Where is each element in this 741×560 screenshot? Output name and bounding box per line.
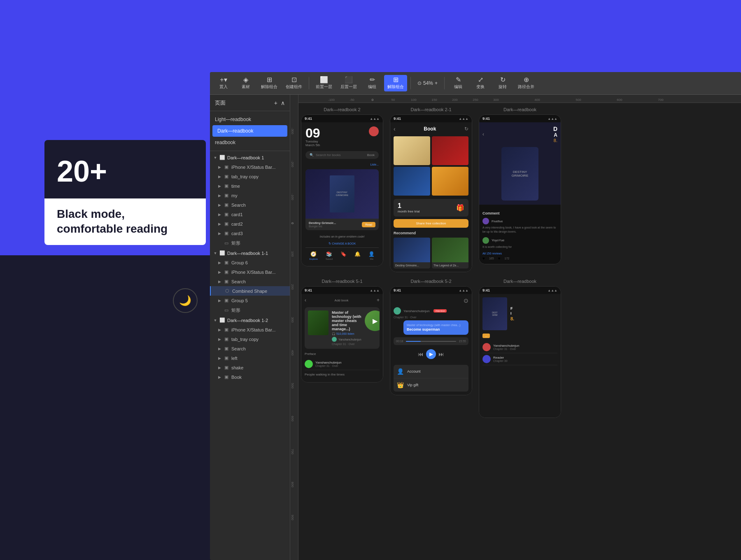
rb52-vip-item[interactable]: 👑 Vip gift	[394, 378, 468, 392]
rb2-nav-explore[interactable]: 🧭 Explore	[310, 251, 318, 260]
layer-time[interactable]: ▶ ▣ time	[210, 181, 290, 191]
combine-button[interactable]: ⊕ 路径合并	[515, 75, 538, 91]
player-play-btn[interactable]: ▶	[426, 349, 436, 359]
layer-my[interactable]: ▶ ▣ my	[210, 191, 290, 200]
layer-card1[interactable]: ▶ ▣ card1	[210, 210, 290, 219]
page-item-dark-readbook[interactable]: Dark—readbook	[212, 125, 287, 137]
edit2-button[interactable]: ✎ 编辑	[448, 75, 468, 91]
rb51-back-icon[interactable]: ‹	[305, 297, 306, 303]
layer-group-1-header[interactable]: ▼ ⬜ Dark—readbook 1	[210, 153, 290, 162]
back-button[interactable]: ⬛ 后置一层	[337, 75, 360, 91]
layer-name-tab2: tab_tray copy	[231, 337, 287, 342]
zoom-value: 54%	[423, 80, 433, 86]
layer-tab-tray[interactable]: ▶ ▣ tab_tray copy	[210, 172, 290, 181]
comment-section: Comment Fivefive A very interesting book…	[482, 211, 557, 261]
left-hero-card: 20+ Black mode, comfortable reading	[44, 140, 206, 251]
rb2-nav-saved[interactable]: 📚 Saved	[326, 251, 333, 260]
partial2-text-2: Reader Chapter 30	[493, 356, 557, 362]
all-reviews-link[interactable]: All 150 reviews	[482, 252, 557, 255]
toolbar: +▾ 置入 ◈ 素材 ⊞ 解除组合 ⊡ 创建组件 ⬜ 前置一层 ⬛ 后置一层 ✏…	[210, 72, 741, 95]
layer-search-1[interactable]: ▶ ▣ Search	[210, 200, 290, 210]
rb51-add-icon[interactable]: +	[377, 297, 380, 303]
front-label: 前置一层	[316, 84, 332, 90]
rb51-list-item-1: Yanshanchubnjun Chapter 31 · Over	[305, 358, 380, 370]
share-free-collection-btn[interactable]: Share free collection	[394, 219, 468, 228]
layer-book[interactable]: ▶ ▣ Book	[210, 372, 290, 382]
rb21-header: ‹ Book ↻	[394, 126, 468, 132]
partial1-book-cover: DESTINYGRIMOIRE	[501, 147, 538, 201]
layer-card2[interactable]: ▶ ▣ card2	[210, 219, 290, 229]
ungroup2-icon: ⊞	[393, 77, 398, 83]
ungroup-button[interactable]: ⊞ 解除组合	[258, 75, 281, 91]
group-icon: ▣	[223, 269, 230, 275]
layer-left[interactable]: ▶ ▣ left	[210, 353, 290, 363]
phone-status-partial2: ▲▲▲	[548, 289, 557, 292]
rb2-book-author: Bungie Inc	[309, 225, 336, 228]
rb2-nav-3[interactable]: 🔖	[340, 251, 347, 260]
toolbar-separator-1	[309, 77, 309, 89]
transform-button[interactable]: ⤢ 变换	[470, 75, 491, 91]
commenter1-avatar	[482, 218, 489, 224]
layer-card3[interactable]: ▶ ▣ card3	[210, 229, 290, 238]
rb2-includes-text: Includes an in-game emblem code!	[305, 233, 379, 240]
rb2-read-button[interactable]: Read	[362, 222, 375, 227]
page-item-readbook[interactable]: readbook	[210, 137, 290, 148]
play-button[interactable]: ▶	[365, 310, 380, 331]
create-group-button[interactable]: ⊡ 创建组件	[282, 75, 305, 91]
partial1-back-icon[interactable]: ‹	[482, 131, 484, 137]
layer-group-2: ▼ ⬜ Dark—readbook 1-1 ▶ ▣ Group 6 ▶ ▣ iP…	[210, 248, 290, 315]
layer-group6[interactable]: ▶ ▣ Group 6	[210, 258, 290, 267]
ungroup2-button[interactable]: ⊞ 解除组合	[384, 75, 407, 91]
layer-group5[interactable]: ▶ ▣ Group 5	[210, 296, 290, 305]
audio-card-content: Master of technology (with master cheats…	[305, 307, 380, 349]
collapse-icon[interactable]: ∧	[281, 100, 285, 106]
layer-search-3[interactable]: ▶ ▣ Search	[210, 344, 290, 353]
page-item-light[interactable]: Light—readbook	[210, 114, 290, 125]
partial2-filter-badge[interactable]: ...	[482, 334, 490, 338]
edit-button[interactable]: ✏ 编组	[362, 75, 382, 91]
partial2-book-info: F I 8.	[510, 306, 557, 321]
layer-group-3-header[interactable]: ▼ ⬜ Dark—readbook 1-2	[210, 315, 290, 325]
layer-combined-shape[interactable]: ⬡ Combined Shape	[210, 286, 290, 296]
insert-button[interactable]: +▾ 置入	[213, 75, 234, 91]
free-trial-text: month free trial	[398, 210, 419, 213]
layer-rect-2[interactable]: ▭ 矩形	[210, 305, 290, 315]
assets-button[interactable]: ◈ 素材	[235, 75, 256, 91]
rb2-nav-4[interactable]: 🔔	[354, 251, 361, 260]
rb52-account-item[interactable]: 👤 Account	[394, 365, 468, 378]
front-button[interactable]: ⬜ 前置一层	[312, 75, 336, 91]
moon-toggle-button[interactable]: 🌙	[173, 288, 198, 313]
layer-iphone-status-2[interactable]: ▶ ▣ iPhone X/Status Bar...	[210, 267, 290, 277]
layer-group-2-header[interactable]: ▼ ⬜ Dark—readbook 1-1	[210, 248, 290, 258]
rb51-add-book-btn[interactable]: Add book	[335, 299, 349, 302]
layer-group-3: ▼ ⬜ Dark—readbook 1-2 ▶ ▣ iPhone X/Statu…	[210, 315, 290, 382]
player-next-btn[interactable]: ⏭	[438, 351, 444, 357]
transform-icon: ⤢	[478, 77, 483, 83]
layer-tab-tray-2[interactable]: ▶ ▣ tab_tray copy	[210, 334, 290, 344]
rb2-search-bar[interactable]: 🔍 Search for books Book	[305, 151, 379, 159]
audio-title: Master of technology (with master cheats…	[332, 310, 361, 331]
add-page-icon[interactable]: +	[274, 100, 277, 106]
rb51-screen-content: ‹ Add book + Master of technology (with …	[301, 294, 383, 382]
rb2-bottom-nav: 🧭 Explore 📚 Saved 🔖	[305, 247, 379, 262]
zoom-plus-icon[interactable]: +	[435, 80, 438, 86]
phone-dark-readbook-partial: Dark—readbook 9:41 ▲▲▲ ‹	[479, 107, 561, 272]
layer-shake[interactable]: ▶ ▣ shake	[210, 363, 290, 372]
rb2-change-book-btn[interactable]: ↻ CHANGE A BOOK	[305, 240, 379, 247]
layer-iphone-status-3[interactable]: ▶ ▣ iPhone X/Status Bar...	[210, 325, 290, 334]
comment-item-2: YoyoYue It is worth collecting for	[482, 237, 557, 249]
group-1-name: Dark—readbook 1	[227, 155, 287, 160]
player-prev-btn[interactable]: ⏮	[418, 351, 424, 357]
rotate-button[interactable]: ↻ 旋转	[492, 75, 513, 91]
rb21-refresh-icon[interactable]: ↻	[464, 126, 468, 132]
layer-rect-1[interactable]: ▭ 矩形	[210, 238, 290, 248]
layer-search-2[interactable]: ▶ ▣ Search	[210, 277, 290, 286]
rb2-nav-me[interactable]: 👤 Me	[368, 251, 375, 260]
canvas[interactable]: -100 -50 0 50 100 150 200 250 300 400 50…	[290, 95, 741, 560]
commenter2-avatar	[482, 237, 489, 244]
player-progress-bar[interactable]	[406, 341, 457, 342]
rb21-back-icon[interactable]: ‹	[394, 126, 396, 132]
arrow-icon: ▶	[217, 375, 221, 379]
screens-row-2: Dark—readbook 5-1 9:41 ▲▲▲ ‹ Add book +	[301, 279, 741, 418]
layer-iphone-status-1[interactable]: ▶ ▣ iPhone X/Status Bar...	[210, 162, 290, 172]
